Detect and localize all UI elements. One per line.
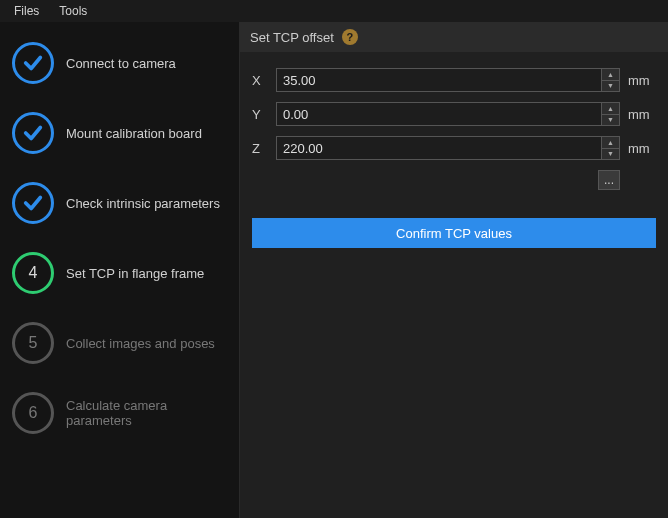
x-spinner: ▲ ▼ [601,69,619,91]
y-step-down[interactable]: ▼ [602,115,619,126]
step-number-icon: 6 [12,392,54,434]
z-row: Z ▲ ▼ mm [252,136,656,160]
y-row: Y ▲ ▼ mm [252,102,656,126]
z-spinner: ▲ ▼ [601,137,619,159]
x-step-down[interactable]: ▼ [602,81,619,92]
z-step-down[interactable]: ▼ [602,149,619,160]
z-input[interactable] [277,137,601,159]
step-mount-board[interactable]: Mount calibration board [12,112,227,154]
check-icon [12,112,54,154]
main-panel: Set TCP offset ? X ▲ ▼ mm Y [240,22,668,518]
step-number-icon: 5 [12,322,54,364]
menu-bar: Files Tools [0,0,668,22]
z-label: Z [252,141,268,156]
z-input-wrap: ▲ ▼ [276,136,620,160]
step-label: Mount calibration board [66,126,202,141]
step-collect-images[interactable]: 5 Collect images and poses [12,322,227,364]
x-unit: mm [628,73,656,88]
x-input[interactable] [277,69,601,91]
x-input-wrap: ▲ ▼ [276,68,620,92]
panel-header: Set TCP offset ? [240,22,668,52]
step-connect-camera[interactable]: Connect to camera [12,42,227,84]
y-input-wrap: ▲ ▼ [276,102,620,126]
confirm-button[interactable]: Confirm TCP values [252,218,656,248]
x-row: X ▲ ▼ mm [252,68,656,92]
more-button[interactable]: ... [598,170,620,190]
x-step-up[interactable]: ▲ [602,69,619,81]
y-input[interactable] [277,103,601,125]
more-row: ... [252,170,656,190]
step-label: Connect to camera [66,56,176,71]
check-icon [12,42,54,84]
z-step-up[interactable]: ▲ [602,137,619,149]
x-label: X [252,73,268,88]
content: Connect to camera Mount calibration boar… [0,22,668,518]
step-label: Collect images and poses [66,336,215,351]
y-label: Y [252,107,268,122]
menu-tools[interactable]: Tools [49,2,97,20]
y-unit: mm [628,107,656,122]
step-calc-camera[interactable]: 6 Calculate camera parameters [12,392,227,434]
step-sidebar: Connect to camera Mount calibration boar… [0,22,240,518]
menu-files[interactable]: Files [4,2,49,20]
step-set-tcp[interactable]: 4 Set TCP in flange frame [12,252,227,294]
step-label: Calculate camera parameters [66,398,227,428]
z-unit: mm [628,141,656,156]
y-step-up[interactable]: ▲ [602,103,619,115]
step-label: Check intrinsic parameters [66,196,220,211]
check-icon [12,182,54,224]
tcp-form: X ▲ ▼ mm Y ▲ ▼ [240,52,668,264]
y-spinner: ▲ ▼ [601,103,619,125]
step-check-intrinsic[interactable]: Check intrinsic parameters [12,182,227,224]
panel-title: Set TCP offset [250,30,334,45]
step-label: Set TCP in flange frame [66,266,204,281]
step-number-icon: 4 [12,252,54,294]
help-icon[interactable]: ? [342,29,358,45]
